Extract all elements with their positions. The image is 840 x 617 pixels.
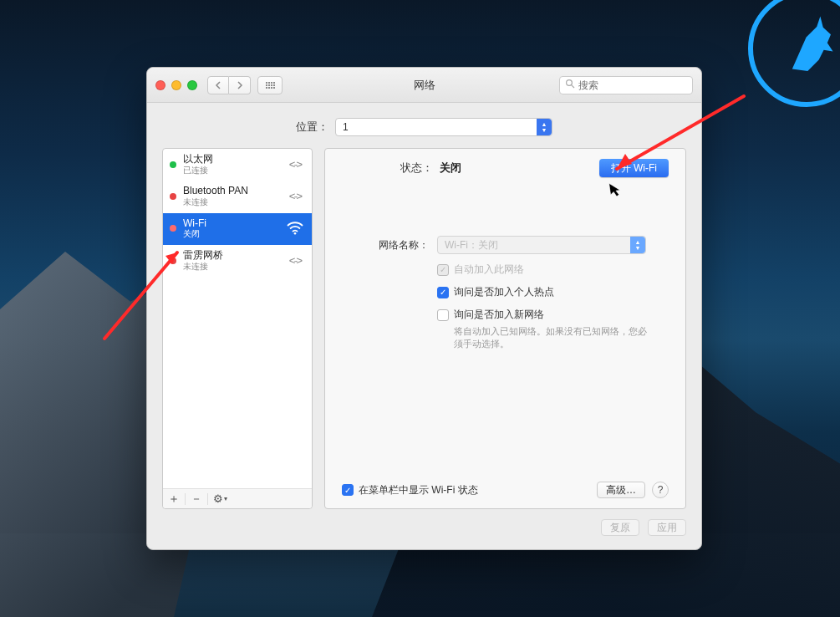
detail-panel: 状态： 关闭 打开 Wi-Fi 网络名称： Wi-Fi：关闭 ▲▼ bbox=[324, 148, 686, 509]
location-dropdown[interactable]: 1 ▲▼ bbox=[335, 118, 552, 136]
back-button[interactable] bbox=[207, 76, 229, 94]
sidebar-footer: ＋ － ⚙▾ bbox=[163, 488, 312, 508]
interface-name: Bluetooth PAN bbox=[183, 186, 278, 197]
show-wifi-menubar-checkbox[interactable]: ✓ 在菜单栏中显示 Wi-Fi 状态 bbox=[342, 483, 478, 497]
show-all-button[interactable] bbox=[257, 76, 283, 94]
status-dot-icon bbox=[170, 161, 176, 168]
turn-on-wifi-button[interactable]: 打开 Wi-Fi bbox=[599, 159, 669, 177]
nav-buttons bbox=[207, 76, 251, 94]
search-field[interactable] bbox=[559, 76, 693, 94]
network-name-label: 网络名称： bbox=[342, 236, 429, 252]
network-name-value: Wi-Fi：关闭 bbox=[445, 238, 498, 252]
search-icon bbox=[565, 79, 575, 91]
apply-button[interactable]: 应用 bbox=[648, 519, 686, 536]
interfaces-list: 以太网 已连接 <··> Bluetooth PAN 未连接 <··> bbox=[163, 149, 312, 488]
minimize-button[interactable] bbox=[171, 80, 181, 90]
ask-new-network-checkbox[interactable]: 询问是否加入新网络 bbox=[437, 308, 669, 322]
network-preferences-window: 网络 位置： 1 ▲▼ 以太网 已连接 <··> bbox=[146, 67, 702, 550]
status-row: 状态： 关闭 打开 Wi-Fi bbox=[342, 159, 669, 177]
sidebar-item-ethernet[interactable]: 以太网 已连接 <··> bbox=[163, 149, 312, 181]
forward-button[interactable] bbox=[229, 76, 251, 94]
svg-point-2 bbox=[294, 232, 297, 235]
status-value: 关闭 bbox=[440, 161, 461, 176]
add-interface-button[interactable]: ＋ bbox=[168, 492, 180, 507]
bluetooth-pan-icon: <··> bbox=[285, 190, 305, 202]
sidebar-item-thunderbolt-bridge[interactable]: 雷雳网桥 未连接 <··> bbox=[163, 245, 312, 277]
location-row: 位置： 1 ▲▼ bbox=[147, 103, 701, 148]
location-value: 1 bbox=[343, 121, 349, 133]
interface-name: 雷雳网桥 bbox=[183, 250, 278, 262]
detail-footer: ✓ 在菜单栏中显示 Wi-Fi 状态 高级… ? bbox=[342, 482, 669, 498]
actions-menu-button[interactable]: ⚙▾ bbox=[213, 492, 227, 505]
checkbox-icon: ✓ bbox=[437, 264, 449, 276]
sidebar-item-wifi[interactable]: Wi-Fi 关闭 bbox=[163, 213, 312, 245]
auto-join-checkbox: ✓ 自动加入此网络 bbox=[437, 263, 669, 277]
ask-new-network-label: 询问是否加入新网络 bbox=[454, 308, 544, 322]
status-dot-icon bbox=[170, 225, 176, 232]
interface-status: 未连接 bbox=[183, 262, 278, 272]
logo-unicorn-icon bbox=[778, 9, 840, 83]
interface-name: Wi-Fi bbox=[183, 218, 278, 230]
window-footer: 复原 应用 bbox=[147, 509, 701, 549]
svg-point-0 bbox=[567, 80, 573, 86]
interface-name: 以太网 bbox=[183, 154, 278, 166]
window-controls bbox=[155, 80, 197, 90]
zoom-button[interactable] bbox=[187, 80, 197, 90]
status-dot-icon bbox=[170, 193, 176, 200]
remove-interface-button[interactable]: － bbox=[191, 492, 202, 507]
interface-status: 关闭 bbox=[183, 229, 278, 239]
checkbox-icon: ✓ bbox=[437, 287, 449, 298]
search-input[interactable] bbox=[578, 79, 704, 91]
window-title: 网络 bbox=[414, 78, 435, 93]
ethernet-icon: <··> bbox=[285, 158, 305, 171]
show-wifi-menubar-label: 在菜单栏中显示 Wi-Fi 状态 bbox=[359, 483, 478, 497]
interface-status: 已连接 bbox=[183, 166, 278, 176]
wifi-icon bbox=[285, 222, 305, 235]
revert-button[interactable]: 复原 bbox=[601, 519, 639, 536]
ask-hotspot-label: 询问是否加入个人热点 bbox=[454, 285, 554, 299]
status-dot-icon bbox=[170, 258, 176, 264]
logo-circle bbox=[748, 0, 840, 107]
thunderbolt-bridge-icon: <··> bbox=[285, 254, 305, 267]
network-name-row: 网络名称： Wi-Fi：关闭 ▲▼ bbox=[342, 236, 669, 254]
advanced-button[interactable]: 高级… bbox=[597, 482, 645, 498]
close-button[interactable] bbox=[155, 80, 165, 90]
status-label: 状态： bbox=[400, 161, 433, 176]
ask-new-network-hint: 将自动加入已知网络。如果没有已知网络，您必须手动选择。 bbox=[454, 325, 654, 349]
checkbox-icon bbox=[437, 309, 449, 321]
help-button[interactable]: ? bbox=[652, 482, 669, 498]
interface-status: 未连接 bbox=[183, 197, 278, 207]
ask-hotspot-checkbox[interactable]: ✓ 询问是否加入个人热点 bbox=[437, 285, 669, 299]
sidebar-item-bluetooth-pan[interactable]: Bluetooth PAN 未连接 <··> bbox=[163, 181, 312, 212]
auto-join-label: 自动加入此网络 bbox=[454, 263, 524, 277]
stepper-icon: ▲▼ bbox=[537, 119, 552, 135]
titlebar: 网络 bbox=[147, 68, 701, 103]
stepper-icon: ▲▼ bbox=[630, 237, 645, 253]
checkbox-icon: ✓ bbox=[342, 484, 354, 496]
network-name-dropdown[interactable]: Wi-Fi：关闭 ▲▼ bbox=[437, 236, 646, 254]
location-label: 位置： bbox=[296, 120, 328, 135]
svg-line-1 bbox=[572, 85, 574, 88]
interfaces-sidebar: 以太网 已连接 <··> Bluetooth PAN 未连接 <··> bbox=[162, 148, 313, 509]
